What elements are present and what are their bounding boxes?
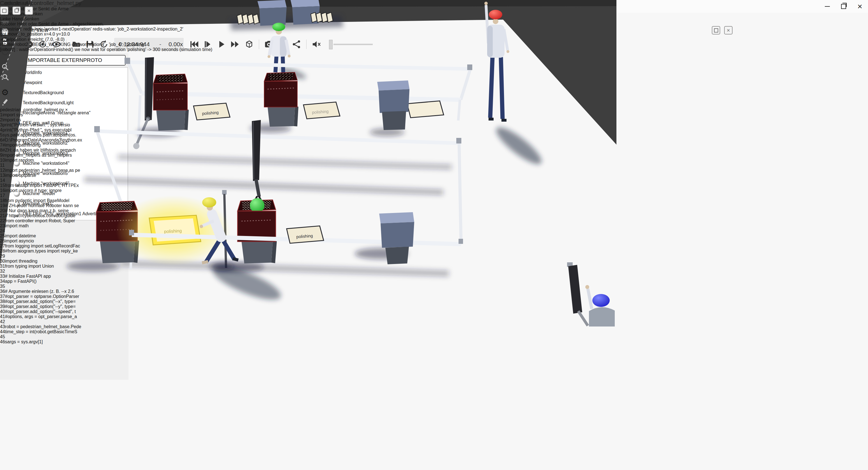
console-line: roboter robot2 - BEGIN_WORKING on 'works… (0, 42, 212, 47)
sign-polishing-1: polishing (193, 103, 230, 120)
console-minimize-button[interactable] (0, 6, 8, 15)
green-helmet (272, 23, 285, 31)
tab-pedestrian-controller[interactable]: pedestrian_controller_helmet.py × (0, 107, 82, 112)
code-line: 25import datetime (0, 233, 82, 238)
minimize-button[interactable] (819, 0, 835, 13)
green-ball (250, 198, 265, 213)
console-line: pedestrian: redis-key: 'worker1-nextOper… (0, 27, 212, 32)
code-line: 4print("Python-Pfad:", sys.executabl (0, 128, 82, 133)
blue-helmet (592, 294, 610, 307)
svg-text:polishing: polishing (164, 228, 182, 234)
sign-blank (407, 101, 444, 118)
worker-blue[interactable] (585, 285, 615, 327)
code-line: 1import sys (0, 112, 82, 118)
code-line: 26import asyncio (0, 238, 82, 243)
code-line: 24 (0, 228, 82, 233)
console-line: [robot2] : waitForOperationFinished() we… (0, 47, 212, 52)
console-line: Roboter Hebt oder Senkt die Arme - abges… (0, 22, 212, 27)
code-line: 6#D:\ProgramData\Anaconda3\python.ex (0, 138, 82, 143)
success-check-icon: ✓ (0, 37, 4, 42)
red-helmet (489, 10, 502, 19)
code-line: 30import threading (0, 259, 82, 264)
code-line: 21# https://cyberbotics.com/doc/guide (0, 213, 82, 218)
code-line: 38#opt_parser.add_option("--x", type= (0, 299, 82, 304)
console-line: ✓Zielposition erreicht: (7.0, -8.0) (0, 37, 212, 42)
code-line: 15from fastapi import FastAPI, HTTPEx (0, 183, 82, 188)
console-close-button[interactable]: × (25, 6, 33, 15)
restore-button[interactable] (835, 0, 852, 13)
code-line: 8#ZH: da haben wir Hilfstools gemach (0, 148, 82, 153)
code-line: 42 (0, 319, 82, 324)
blue-box-mid[interactable] (370, 80, 409, 136)
code-line: 40#opt_parser.add_option("--speed", t (0, 309, 82, 314)
code-line: 14 (0, 178, 82, 183)
code-line: 31from typing import Union (0, 264, 82, 269)
code-line: 32 (0, 269, 82, 274)
console-panel: Console - All × Roboter Hebt oder Senkt … (0, 0, 212, 52)
editor-tab-bar: pedestrian_controller_helmet.py × (0, 107, 82, 112)
code-line: 23import math (0, 223, 82, 228)
code-line: 37#opt_parser = optparse.OptionParser (0, 294, 82, 299)
console-line: got move_to_position x=4.0 y=10.0 (0, 32, 212, 37)
console-line: Linke Hand Senken (0, 16, 212, 22)
blue-box-bottom[interactable] (355, 212, 414, 264)
yellow-helmet (202, 197, 216, 207)
blue-box-1 (257, 0, 287, 26)
close-button[interactable]: × (852, 0, 868, 13)
sign-polishing-2: polishing (304, 102, 340, 119)
code-line: 12import pedestrian_helmet_base as pe (0, 168, 82, 173)
simulation-float-button[interactable] (712, 26, 720, 34)
code-line: 28#from aiogram.types import reply_ke (0, 248, 82, 254)
simulation-close-button[interactable]: × (724, 26, 733, 34)
code-line: 29 (0, 254, 82, 259)
tab-close-icon[interactable]: × (65, 107, 68, 112)
code-line: 11 (0, 163, 82, 168)
code-line: 22from controller import Robot, Super (0, 218, 82, 223)
pallet-right (311, 12, 333, 23)
code-line: 7#import pathfinding (0, 143, 82, 148)
code-line: 44time_step = int(robot.getBasicTimeS (0, 329, 82, 334)
find-icon-disabled (0, 62, 10, 72)
code-line: 5sys.path.append(os.path.abspath(os. (0, 133, 82, 138)
code-line: 41#options, args = opt_parser.parse_a (0, 314, 82, 319)
window-controls: × (819, 0, 868, 13)
code-line: 3print("Python-Version:", sys.versio (0, 123, 82, 128)
find-replace-icon-disabled (0, 72, 10, 82)
webots-window: D:\Projekte\GIT\Python\FTI_RAS_ZERO0P_20… (0, 0, 868, 470)
sign-polishing-3: polishing (287, 226, 323, 243)
code-line: 17 (0, 193, 82, 198)
pallet-left (237, 14, 259, 24)
code-line: 2import os (0, 118, 82, 123)
console-title: Console - All (0, 0, 31, 6)
code-line: 43robot = pedestrian_helmet_base.Pede (0, 324, 82, 329)
code-line: 9import sim_helpers as sim_helpers (0, 153, 82, 158)
code-line: 16import uvicorn # type: ignore (0, 188, 82, 193)
code-line: 35 (0, 284, 82, 289)
gear-icon-disabled: ⚙ (0, 87, 10, 97)
code-editor[interactable]: 1import sys2import os3print("Python-Vers… (0, 112, 82, 344)
console-header: Console - All × (0, 0, 212, 6)
code-line: 19# ZH: jeder normale Roboter kann se (0, 203, 82, 208)
code-line: 34app = FastAPI() (0, 279, 82, 284)
code-line: 27from logging import setLogRecordFac (0, 243, 82, 248)
code-line: 33# Initialize FastAPI app (0, 274, 82, 279)
code-line: 20# Nur dann kann man z.b. seine (0, 208, 82, 213)
code-line: 46sargs = sys.argv[1] (0, 339, 82, 344)
code-line: 10import random (0, 158, 82, 163)
code-line: 39#opt_parser.add_option("--y", type= (0, 304, 82, 309)
tab-label: pedestrian_controller_helmet.py (0, 107, 64, 112)
robot-arm-3[interactable] (567, 262, 588, 326)
console-float-button[interactable] (12, 6, 21, 15)
code-line: 13import optparse (0, 173, 82, 178)
code-line: 45 (0, 334, 82, 339)
pen-icon-disabled (0, 97, 10, 107)
code-line: 18from pydantic import BaseModel (0, 198, 82, 203)
code-line: 36# Argumente einlesen (z. B. --x 2.6 (0, 289, 82, 294)
